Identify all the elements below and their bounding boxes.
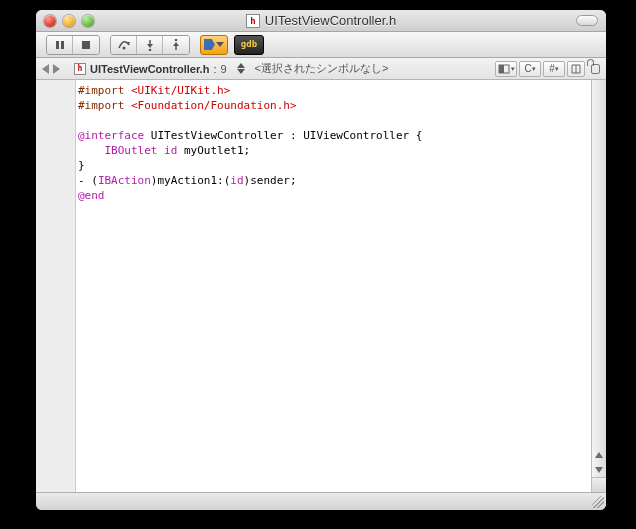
debug-toolbar: gdb [36,32,606,58]
window-title-text: UITestViewController.h [265,13,396,28]
history-back-button[interactable] [42,64,49,74]
resize-handle[interactable] [592,496,604,508]
breakpoint-group: gdb [200,35,264,55]
file-stepper[interactable] [237,63,245,74]
tok-header: <UIKit/UIKit.h> [131,84,230,97]
gdb-label: gdb [241,40,257,49]
svg-point-5 [175,39,178,41]
stepper-down-icon [237,69,245,74]
scroll-down-button[interactable] [592,462,606,477]
svg-rect-0 [56,41,59,49]
debug-controls-group [46,35,100,55]
tok-interface: @interface [78,129,144,142]
tok-ibaction: IBAction [98,174,151,187]
gdb-console-button[interactable]: gdb [234,35,264,55]
minimize-button[interactable] [63,15,75,27]
book-icon [571,64,581,74]
history-nav-bar: UITestViewController.h : 9 <選択されたシンボルなし>… [36,58,606,80]
svg-point-4 [148,48,151,50]
tok-header: <Foundation/Foundation.h> [131,99,297,112]
close-button[interactable] [44,15,56,27]
zoom-button[interactable] [82,15,94,27]
stepper-up-icon [237,63,245,68]
step-controls-group [110,35,190,55]
tok-text: - ( [78,174,98,187]
toolbar-toggle-pill[interactable] [576,15,598,26]
scroll-up-button[interactable] [592,447,606,462]
nav-line-number: 9 [220,63,226,75]
nav-line-sep: : [213,63,216,75]
nav-symbol-popup[interactable]: <選択されたシンボルなし> [255,61,491,76]
tok-import: #import [78,84,131,97]
continue-button[interactable] [73,36,99,54]
vertical-scrollbar[interactable] [591,80,606,492]
nav-right-controls: ▾ C▾ #▾ [495,61,600,77]
step-out-button[interactable] [163,36,189,54]
includes-button[interactable]: #▾ [543,61,565,77]
breakpoint-icon [204,39,215,50]
nav-filename[interactable]: UITestViewController.h [90,63,209,75]
titlebar[interactable]: UITestViewController.h [36,10,606,32]
counterpart-icon [498,64,510,74]
tok-text: )myAction1:( [151,174,230,187]
bookmarks-button[interactable] [567,61,585,77]
scroll-corner [592,477,606,492]
svg-rect-7 [499,65,504,73]
bottom-bar [36,492,606,510]
tok-text: UITestViewController : UIViewController … [144,129,422,142]
window-title: UITestViewController.h [36,13,606,28]
header-file-icon [246,14,260,28]
chevron-down-icon [216,42,224,47]
xcode-window: UITestViewController.h [36,10,606,510]
traffic-lights [36,15,94,27]
step-into-button[interactable] [137,36,163,54]
header-file-icon [74,63,86,75]
svg-point-3 [122,46,125,49]
gutter[interactable] [36,80,76,492]
lock-icon[interactable] [591,64,600,74]
tok-iboutlet: IBOutlet [105,144,158,157]
breakpoints-toggle-button[interactable] [200,35,228,55]
class-browser-button[interactable]: C▾ [519,61,541,77]
svg-rect-1 [61,41,64,49]
tok-text: )sender; [244,174,297,187]
code-editor[interactable]: #import <UIKit/UIKit.h> #import <Foundat… [76,80,591,492]
pause-button[interactable] [47,36,73,54]
tok-end: @end [78,189,105,202]
tok-id: id [230,174,243,187]
counterpart-button[interactable]: ▾ [495,61,517,77]
tok-text: } [78,159,85,172]
svg-rect-2 [82,41,90,49]
step-over-button[interactable] [111,36,137,54]
tok-import: #import [78,99,131,112]
tok-pad [78,144,105,157]
tok-id: id [164,144,177,157]
tok-text: myOutlet1; [177,144,250,157]
history-forward-button[interactable] [53,64,60,74]
c-label: C [524,63,531,74]
editor-area: #import <UIKit/UIKit.h> #import <Foundat… [36,80,606,492]
